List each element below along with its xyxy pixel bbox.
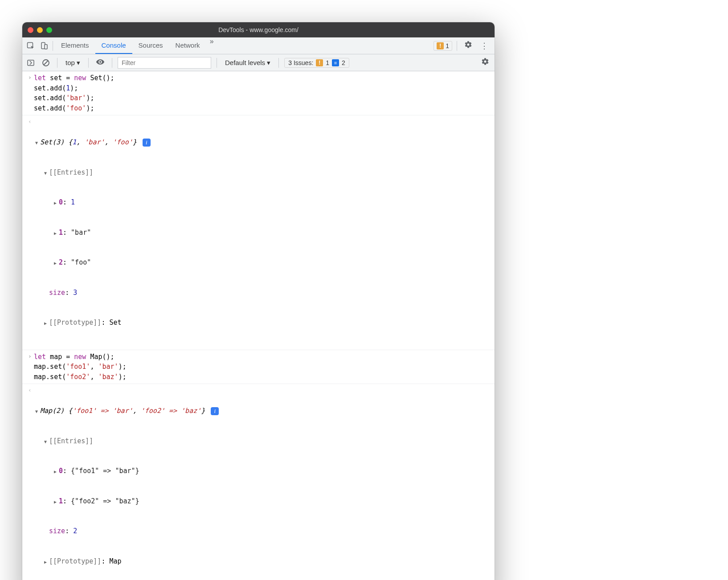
tab-elements[interactable]: Elements [55, 37, 95, 54]
object-preview[interactable]: Map(2) {'foo1' => 'bar', 'foo2' => 'baz'… [34, 386, 495, 580]
tab-sources[interactable]: Sources [132, 37, 169, 54]
warning-icon: ! [437, 42, 444, 49]
divider [112, 58, 112, 68]
tab-network[interactable]: Network [169, 37, 206, 54]
console-entry: ‹ Set(3) {1, 'bar', 'foo'} i [[Entries]]… [22, 115, 495, 350]
disclosure-down-icon[interactable] [34, 137, 39, 147]
divider [278, 58, 279, 68]
kebab-menu-icon[interactable]: ⋮ [478, 41, 491, 51]
output-chevron-icon: ‹ [26, 117, 34, 126]
disclosure-down-icon[interactable] [43, 167, 48, 178]
disclosure-right-icon[interactable] [43, 556, 48, 567]
divider [88, 58, 89, 68]
disclosure-down-icon[interactable] [43, 436, 48, 446]
disclosure-right-icon[interactable] [53, 228, 58, 238]
log-levels-selector[interactable]: Default levels ▾ [222, 59, 273, 67]
minimize-icon[interactable] [37, 27, 43, 33]
svg-rect-3 [28, 60, 34, 65]
console-entry: › let set = new Set(); set.add(1); set.a… [22, 71, 495, 115]
clear-console-icon[interactable] [40, 57, 52, 69]
warnings-count: 1 [446, 42, 449, 49]
disclosure-right-icon[interactable] [53, 257, 58, 268]
disclosure-down-icon[interactable] [34, 406, 39, 416]
svg-rect-2 [45, 45, 47, 49]
window-title: DevTools - www.google.com/ [22, 26, 495, 33]
output-chevron-icon: ‹ [26, 386, 34, 395]
input-chevron-icon: › [26, 352, 34, 361]
disclosure-right-icon[interactable] [53, 466, 58, 476]
info-icon[interactable]: i [143, 139, 151, 147]
issues-badge[interactable]: 3 Issues: ! 1 ≡ 2 [284, 58, 349, 68]
close-icon[interactable] [28, 27, 33, 33]
device-icon[interactable] [37, 39, 51, 53]
disclosure-right-icon[interactable] [53, 197, 58, 208]
warning-icon: ! [316, 59, 323, 66]
titlebar: DevTools - www.google.com/ [22, 22, 495, 37]
main-toolbar: Elements Console Sources Network » ! 1 ⋮ [22, 37, 495, 54]
filter-input[interactable] [118, 57, 211, 69]
live-expression-icon[interactable] [94, 57, 106, 68]
more-tabs-icon[interactable]: » [206, 37, 217, 54]
disclosure-right-icon[interactable] [43, 318, 48, 328]
divider [457, 41, 457, 51]
svg-line-5 [44, 61, 48, 65]
tab-console[interactable]: Console [95, 37, 132, 54]
issues-warn-count: 1 [326, 59, 329, 66]
message-icon: ≡ [332, 59, 339, 66]
console-entry: › let map = new Map(); map.set('foo1', '… [22, 350, 495, 384]
console-toolbar: top ▾ Default levels ▾ 3 Issues: ! 1 ≡ 2 [22, 54, 495, 71]
divider [53, 41, 53, 51]
devtools-window: DevTools - www.google.com/ Elements Cons… [22, 22, 495, 580]
divider [57, 58, 57, 68]
input-chevron-icon: › [26, 73, 34, 82]
object-preview[interactable]: Set(3) {1, 'bar', 'foo'} i [[Entries]] 0… [34, 117, 495, 348]
disclosure-right-icon[interactable] [53, 496, 58, 506]
traffic-lights [28, 27, 52, 33]
inspect-icon[interactable] [24, 39, 37, 53]
info-icon[interactable]: i [211, 407, 219, 415]
context-selector[interactable]: top ▾ [63, 59, 83, 67]
console-input-code[interactable]: let set = new Set(); set.add(1); set.add… [34, 73, 495, 113]
divider [217, 58, 217, 68]
sidebar-toggle-icon[interactable] [25, 57, 37, 69]
settings-icon[interactable] [462, 41, 475, 51]
issues-msg-count: 2 [342, 59, 345, 66]
issues-label: 3 Issues: [288, 59, 313, 66]
console-input-code[interactable]: let map = new Map(); map.set('foo1', 'ba… [34, 352, 495, 382]
warnings-badge[interactable]: ! 1 [434, 41, 452, 51]
panel-tabs: Elements Console Sources Network » [55, 37, 217, 54]
zoom-icon[interactable] [46, 27, 52, 33]
console-entry: ‹ Map(2) {'foo1' => 'bar', 'foo2' => 'ba… [22, 384, 495, 580]
console-output: › let set = new Set(); set.add(1); set.a… [22, 71, 495, 580]
console-settings-icon[interactable] [479, 57, 492, 68]
